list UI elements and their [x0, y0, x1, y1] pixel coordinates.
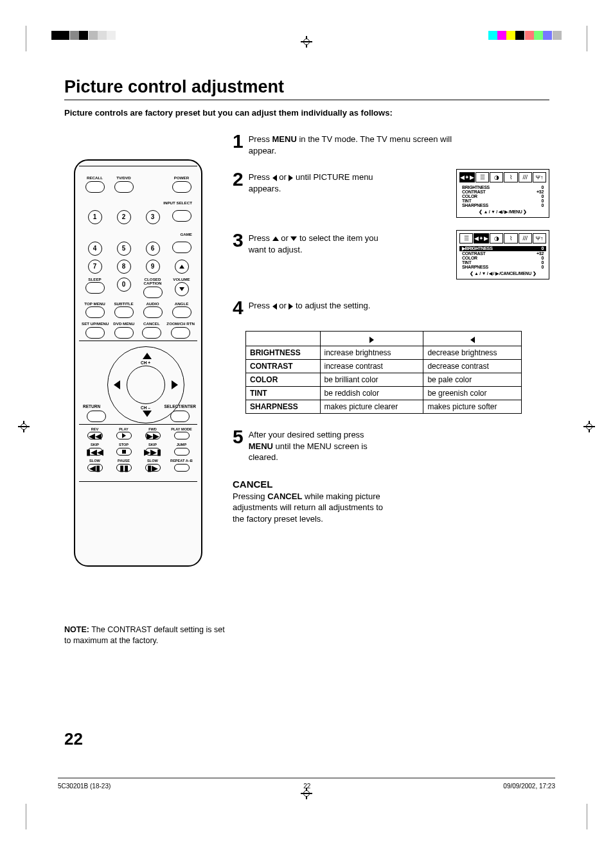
left-arrow-icon — [272, 303, 277, 310]
osd-row: SHARPNESS0 — [459, 203, 546, 208]
game-button[interactable] — [172, 242, 191, 253]
recall-button[interactable] — [85, 181, 105, 193]
intro-text: Picture controls are factory preset but … — [64, 108, 549, 118]
remote-label: POWER — [174, 176, 189, 181]
footer: 5C30201B (18-23) 22 09/09/2002, 17:23 — [58, 777, 555, 790]
num-2-button[interactable]: 2 — [117, 210, 131, 224]
tv-dvd-button[interactable] — [114, 181, 134, 193]
osd-tab-picture-icon: ◀✦▶ — [474, 233, 489, 244]
power-button[interactable] — [172, 181, 191, 193]
num-9-button[interactable]: 9 — [146, 260, 160, 274]
dpad-right-icon — [172, 380, 178, 389]
crop-mark — [587, 804, 587, 829]
skip-fwd-button[interactable]: ▶▶▮ — [145, 448, 161, 456]
dvd-menu-button[interactable] — [114, 327, 134, 339]
slow-back-button[interactable]: ◀▮ — [87, 464, 103, 472]
note-block: NOTE: The CONTRAST default setting is se… — [64, 624, 225, 646]
play-button[interactable] — [116, 432, 132, 439]
left-arrow-icon — [272, 175, 277, 181]
step-number: 2 — [233, 172, 244, 187]
osd-row: CONTRAST+32 — [459, 251, 546, 256]
input-select-button[interactable] — [172, 210, 191, 222]
remote-label: AUDIO — [147, 302, 159, 306]
crop-mark — [26, 26, 26, 51]
play-mode-button[interactable] — [174, 432, 190, 439]
remote-label: JUMP — [177, 443, 187, 447]
closed-caption-button[interactable] — [143, 287, 163, 298]
table-header-right-icon — [320, 332, 423, 346]
right-arrow-icon — [289, 175, 293, 181]
step-text: or — [279, 172, 289, 182]
repeat-ab-button[interactable] — [174, 464, 190, 472]
angle-button[interactable] — [172, 306, 191, 318]
step-text: Press — [249, 134, 272, 144]
registration-squares-left — [51, 31, 116, 40]
step-5: 5 After your desired setting press MENU … — [233, 429, 549, 463]
crosshair-right — [583, 421, 595, 432]
remote-label: PLAY MODE — [171, 428, 192, 432]
step-number: 5 — [233, 429, 244, 445]
crosshair-left — [18, 421, 30, 432]
top-menu-button[interactable] — [85, 306, 105, 318]
sleep-button[interactable] — [85, 282, 105, 294]
step-number: 4 — [233, 300, 244, 315]
vol-down-button[interactable] — [175, 282, 189, 296]
remote-label: RECALL — [87, 176, 103, 181]
skip-back-button[interactable]: ▮◀◀ — [87, 448, 103, 456]
osd-row: TINT0 — [459, 199, 546, 203]
remote-label: VOLUME — [173, 278, 190, 282]
osd-picture-menu-2: ☰ ◀✦▶ ◑ ⌇ /// Ψ↑ ▶BRIGHTNESS0CONTRAST+32… — [456, 230, 549, 279]
dpad-center[interactable] — [127, 366, 165, 404]
crop-mark — [26, 804, 26, 829]
column-left: RECALL TV/DVD POWER INPUT SELECT 1 2 3 G… — [64, 134, 212, 646]
jump-button[interactable] — [174, 448, 190, 456]
audio-button[interactable] — [143, 306, 163, 318]
column-right: 1 Press MENU in the TV mode. The TV menu… — [233, 134, 549, 646]
num-5-button[interactable]: 5 — [117, 242, 131, 256]
page-number: 22 — [64, 729, 83, 749]
note-heading: NOTE: — [64, 625, 89, 634]
remote-label: CANCEL — [143, 322, 160, 326]
cancel-heading: CANCEL — [233, 479, 549, 490]
page-title: Picture control adjustment — [64, 77, 549, 97]
num-4-button[interactable]: 4 — [88, 242, 102, 256]
page-content: Picture control adjustment Picture contr… — [64, 77, 549, 646]
osd-tab-icon: /// — [519, 172, 532, 182]
remote-label: PLAY — [119, 428, 128, 432]
remote-label: TV/DVD — [116, 176, 131, 181]
num-3-button[interactable]: 3 — [146, 210, 160, 224]
num-6-button[interactable]: 6 — [146, 242, 160, 256]
return-button[interactable] — [87, 411, 106, 422]
osd-tab-picture-icon: ◀✦▶ — [459, 172, 475, 182]
num-0-button[interactable]: 0 — [117, 278, 131, 292]
num-1-button[interactable]: 1 — [88, 210, 102, 224]
step-3: 3 Press or to select the item you want t… — [233, 233, 549, 255]
subtitle-button[interactable] — [114, 306, 134, 318]
stop-button[interactable] — [116, 448, 132, 456]
up-arrow-icon — [272, 236, 279, 241]
rev-button[interactable]: ◀◀ — [87, 432, 103, 439]
osd-row: COLOR0 — [459, 194, 546, 199]
table-row: CONTRASTincrease contrastdecrease contra… — [246, 360, 522, 373]
osd-tab-icon: /// — [519, 233, 532, 244]
step-text: Press — [249, 301, 272, 310]
pause-button[interactable]: ▮▮ — [116, 464, 132, 472]
osd-tab-icon: Ψ↑ — [533, 172, 546, 182]
num-7-button[interactable]: 7 — [88, 260, 102, 274]
osd-hint: ❮ ▲ / ▼ / ◀ / ▶ /MENU ❯ — [459, 209, 546, 215]
osd-row: TINT0 — [459, 260, 546, 265]
select-enter-button[interactable] — [170, 411, 190, 422]
zoom-chrtn-button[interactable] — [171, 327, 190, 339]
cancel-button[interactable] — [142, 327, 161, 339]
remote-label: ZOOM/CH RTN — [166, 322, 195, 326]
num-8-button[interactable]: 8 — [117, 260, 131, 274]
remote-label: REPEAT A–B — [170, 459, 193, 463]
crosshair-top — [301, 36, 312, 48]
setup-menu-button[interactable] — [85, 327, 105, 339]
remote-label: CH + — [141, 360, 150, 365]
fwd-button[interactable]: ▶▶ — [145, 432, 161, 439]
slow-fwd-button[interactable]: ▮▶ — [145, 464, 161, 472]
remote-label: SELECT/ENTER — [164, 404, 196, 409]
step-text-bold: MENU — [272, 134, 297, 144]
vol-up-button[interactable] — [175, 260, 189, 274]
